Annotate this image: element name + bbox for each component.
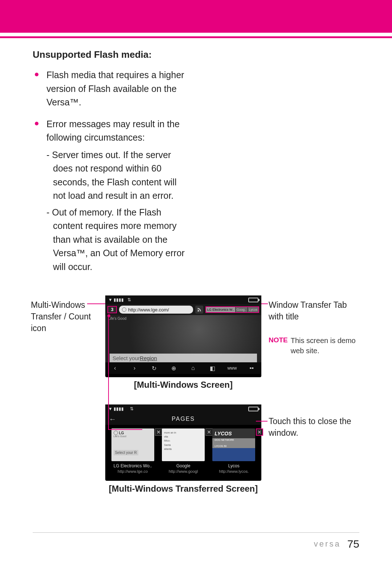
page-thumbnails: LG Life's Good Select your R ✕ LG Electr… [105,425,261,475]
status-bar: ▼ ▮▮▮▮ ⇅ [105,404,261,413]
www-label[interactable]: www [226,366,238,371]
figures-area: Multi-Windows Transfer / Count icon Wind… [33,295,359,528]
forward-icon[interactable]: › [129,365,140,371]
figure-caption-2: [Multi-Windows Transferred Screen] [105,484,261,494]
globe-icon [114,431,118,435]
note-block: NOTE This screen is demo web site. [269,335,370,356]
zoom-icon[interactable]: ⊕ [168,365,179,372]
pages-title: PAGES [172,416,195,422]
connector-line [87,303,107,304]
callout-close-window: Touch this to close the window. [269,415,363,439]
brand-logo: versa [314,539,341,549]
bullet-item: Error messages may result in the followi… [33,117,192,274]
bookmark-icon[interactable]: ◧ [207,365,219,372]
battery-icon [248,407,258,411]
close-icon[interactable]: ✕ [205,428,213,436]
bullet-text: Error messages may result in the followi… [46,119,180,143]
address-row: 3 http://www.lge.com/ LG Electronics W..… [105,304,261,315]
tab-chip[interactable]: LG Electronics W.. [206,307,235,312]
home-icon[interactable]: ⌂ [187,365,199,371]
refresh-icon[interactable]: ↻ [148,365,160,372]
connector-dot [107,314,110,317]
figure-caption-1: [Multi-Windows Screen] [105,380,261,390]
bullet-item: Flash media that requires a higher versi… [33,68,192,109]
page-thumb[interactable]: LYCOS DOG NETWORK LYCOS.50 ✕ Lycos http:… [212,428,255,474]
globe-icon [122,307,126,312]
close-icon[interactable]: ✕ [256,428,263,436]
thumb-preview: LG Life's Good Select your R ✕ [111,428,154,461]
page-number: 75 [347,538,359,550]
tab-chip[interactable]: Goog.. [236,307,248,312]
device-screenshot-1: ▼ ▮▮▮▮ ⇅ 3 http://www.lge.com/ LG Electr… [105,295,261,377]
callout-multi-windows: Multi-Windows Transfer / Count icon [31,299,107,334]
page-thumb[interactable]: more an invitaiMoo-Santaatlanta ✕ Google… [162,428,205,474]
device-screenshot-2: ▼ ▮▮▮▮ ⇅ ← PAGES LG Life's Good Select y… [105,404,261,481]
thumb-preview: more an invitaiMoo-Santaatlanta ✕ [162,428,205,461]
multi-windows-count-icon[interactable]: 3 [107,306,117,313]
page-content: Unsupported Flash media: Flash media tha… [0,38,392,528]
dash-item: - Server times out. If the server does n… [46,148,192,203]
page-footer: versa 75 [33,532,359,550]
menu-icon[interactable]: ▪▪ [246,365,257,371]
thumb-title: LG Electronics Wo.. [111,463,154,469]
connector-line [108,316,109,429]
tab-chip[interactable]: Lycos [248,307,258,312]
tagline: Life's Good [105,315,261,322]
dash-item: - Out of memory. If the Flash content re… [46,206,192,274]
thumb-url: http://www.googl [162,469,205,474]
page-thumb[interactable]: LG Life's Good Select your R ✕ LG Electr… [111,428,154,474]
thumb-title: Lycos [212,463,255,469]
address-text: http://www.lge.com/ [128,307,169,313]
thumb-url: http://www.lge.co [111,469,154,474]
back-icon[interactable]: ‹ [109,365,121,371]
note-text: This screen is demo web site. [291,335,370,356]
connector-line [256,421,268,422]
region-selector[interactable]: Select your Region [110,354,257,362]
browser-toolbar: ‹ › ↻ ⊕ ⌂ ◧ www ▪▪ [105,362,261,374]
connector-line [108,429,142,430]
thumb-url: http://www.lycos. [212,469,255,474]
window-tabs[interactable]: LG Electronics W.. Goog.. Lycos [205,306,259,313]
note-label: NOTE [269,335,288,345]
section-title: Unsupported Flash media: [33,49,359,60]
rss-icon[interactable] [195,306,203,314]
address-bar[interactable]: http://www.lge.com/ [119,306,193,314]
header-bar [0,0,392,33]
signal-icons: ▼ ▮▮▮▮ ⇅ [108,297,131,302]
bullet-text: Flash media that requires a higher versi… [46,70,184,107]
browser-viewport: Life's Good Select your Region [105,315,261,362]
battery-icon [248,298,258,302]
bullet-list: Flash media that requires a higher versi… [33,68,359,274]
signal-icons: ▼ ▮▮▮▮ ⇅ [108,406,134,411]
thumb-preview: LYCOS DOG NETWORK LYCOS.50 ✕ [212,428,255,461]
close-icon[interactable]: ✕ [155,428,162,436]
thumb-title: Google [162,463,205,469]
status-bar: ▼ ▮▮▮▮ ⇅ [105,295,261,304]
callout-window-tab: Window Transfer Tab with title [269,299,363,322]
pages-header: ← PAGES [105,413,261,425]
back-arrow-icon[interactable]: ← [109,415,117,423]
dash-list: - Server times out. If the server does n… [46,148,192,274]
